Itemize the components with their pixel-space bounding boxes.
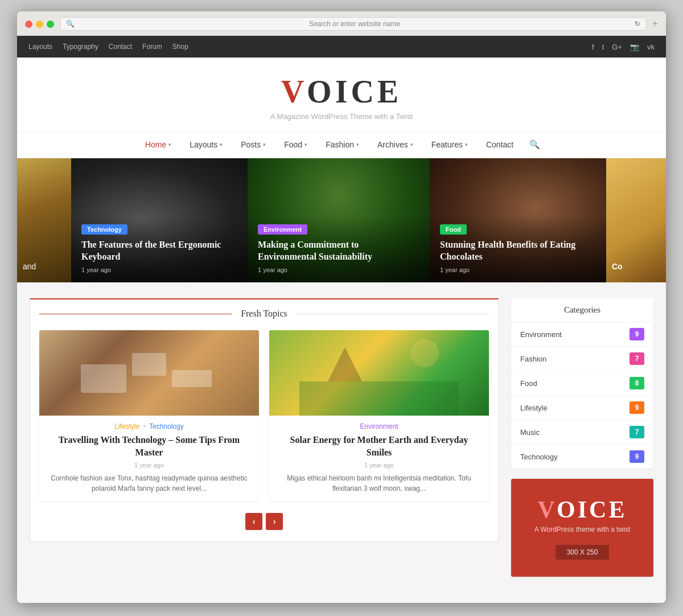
article-image-2 bbox=[269, 330, 489, 416]
slide-content-3: Food Stunning Health Benefits of Eating … bbox=[430, 216, 606, 282]
browser-chrome: 🔍 Search or enter website name ↻ + bbox=[17, 11, 666, 36]
category-item-technology[interactable]: Technology 9 bbox=[511, 445, 653, 469]
slide-partial-right-text: Co bbox=[612, 262, 623, 271]
category-technology[interactable]: Technology bbox=[149, 422, 184, 430]
slide-meta-3: 1 year ago bbox=[440, 266, 596, 273]
article-title-2[interactable]: Solar Energy for Mother Earth and Everyd… bbox=[277, 434, 481, 458]
main-content: Fresh Topics bbox=[17, 282, 666, 603]
slide-badge-food: Food bbox=[440, 224, 467, 235]
slide-content-1: Technology The Features of the Best Ergo… bbox=[71, 216, 248, 282]
article-card-2[interactable]: Environment Solar Energy for Mother Eart… bbox=[269, 330, 489, 502]
slide-partial-right[interactable]: Co bbox=[606, 158, 666, 282]
section-title: Fresh Topics bbox=[232, 309, 297, 319]
fresh-topics-section: Fresh Topics bbox=[30, 298, 499, 587]
category-lifestyle[interactable]: Lifestyle bbox=[114, 422, 139, 430]
article-excerpt-1: Cornhole fashion axe Tonx, hashtag ready… bbox=[47, 473, 251, 494]
svg-point-5 bbox=[410, 339, 439, 367]
slide-meta-2: 1 year ago bbox=[258, 266, 419, 273]
voice-ad-logo: VOICE bbox=[522, 496, 642, 523]
next-page-button[interactable]: › bbox=[266, 513, 283, 530]
articles-grid: Lifestyle • Technology Travelling With T… bbox=[39, 330, 489, 502]
chevron-down-icon: ▾ bbox=[305, 142, 307, 147]
nav-home[interactable]: Home ▾ bbox=[137, 133, 179, 156]
chevron-down-icon: ▾ bbox=[465, 142, 468, 147]
voice-ad-widget[interactable]: VOICE A WordPress theme with a twist 300… bbox=[511, 479, 653, 577]
nav-fashion[interactable]: Fashion ▾ bbox=[318, 133, 367, 156]
fresh-topics-box: Fresh Topics bbox=[30, 298, 499, 542]
browser-dots bbox=[25, 20, 54, 28]
category-count-music: 7 bbox=[629, 426, 644, 438]
nav-archives[interactable]: Archives ▾ bbox=[369, 133, 421, 156]
twitter-icon[interactable]: t bbox=[602, 43, 604, 51]
social-icons: f t G+ 📷 vk bbox=[592, 43, 655, 51]
nav-layouts[interactable]: Layouts bbox=[28, 43, 52, 51]
nav-contact[interactable]: Contact bbox=[109, 43, 132, 51]
instagram-icon[interactable]: 📷 bbox=[630, 43, 639, 51]
googleplus-icon[interactable]: G+ bbox=[612, 43, 622, 51]
category-label: Technology bbox=[520, 453, 558, 461]
article-categories-1: Lifestyle • Technology bbox=[47, 422, 251, 430]
slide-meta-1: 1 year ago bbox=[81, 266, 237, 273]
category-label: Music bbox=[520, 428, 540, 437]
site-logo[interactable]: VOICE bbox=[28, 73, 655, 110]
site-header: VOICE A Magazine WordPress Theme with a … bbox=[17, 58, 666, 131]
slide-title-2: Making a Commitment to Environmental Sus… bbox=[258, 239, 419, 263]
nav-posts[interactable]: Posts ▾ bbox=[233, 133, 274, 156]
cat-separator: • bbox=[143, 422, 146, 430]
chevron-down-icon: ▾ bbox=[220, 142, 223, 147]
minimize-dot[interactable] bbox=[36, 20, 43, 28]
site-tagline: A Magazine WordPress Theme with a Twist bbox=[28, 112, 655, 121]
svg-rect-3 bbox=[299, 381, 459, 416]
ad-logo-v: V bbox=[538, 496, 557, 523]
logo-v-letter: V bbox=[281, 74, 307, 109]
chevron-down-icon: ▾ bbox=[263, 142, 266, 147]
voice-ad-content: VOICE A WordPress theme with a twist 300… bbox=[511, 479, 653, 577]
main-nav: Home ▾ Layouts ▾ Posts ▾ Food ▾ Fashion … bbox=[17, 131, 666, 158]
facebook-icon[interactable]: f bbox=[592, 43, 594, 51]
vk-icon[interactable]: vk bbox=[647, 43, 655, 51]
new-tab-button[interactable]: + bbox=[652, 19, 658, 29]
slide-badge-technology: Technology bbox=[81, 224, 127, 235]
chevron-down-icon: ▾ bbox=[168, 142, 171, 147]
slide-technology[interactable]: Technology The Features of the Best Ergo… bbox=[71, 158, 248, 282]
top-nav-links: Layouts Typography Contact Forum Shop bbox=[28, 43, 188, 51]
search-icon[interactable]: 🔍 bbox=[524, 133, 546, 157]
category-count-technology: 9 bbox=[629, 450, 644, 463]
voice-ad-size-label: 300 X 250 bbox=[556, 545, 610, 560]
slide-partial-text: and bbox=[23, 262, 36, 271]
nav-forum[interactable]: Forum bbox=[142, 43, 162, 51]
nav-shop[interactable]: Shop bbox=[172, 43, 188, 51]
article-body-1: Lifestyle • Technology Travelling With T… bbox=[39, 416, 259, 502]
nav-contact[interactable]: Contact bbox=[478, 133, 521, 156]
slide-badge-environment: Environment bbox=[258, 224, 307, 235]
voice-ad-subtitle: A WordPress theme with a twist bbox=[522, 525, 642, 533]
nav-layouts[interactable]: Layouts ▾ bbox=[182, 133, 231, 156]
article-date-2: 1 year ago bbox=[277, 462, 481, 469]
slide-partial-left[interactable]: and bbox=[17, 158, 71, 282]
article-title-1[interactable]: Travelling With Technology – Some Tips F… bbox=[47, 434, 251, 458]
article-categories-2: Environment bbox=[277, 422, 481, 430]
maximize-dot[interactable] bbox=[47, 20, 54, 28]
slide-environment[interactable]: Environment Making a Commitment to Envir… bbox=[248, 158, 430, 282]
close-dot[interactable] bbox=[25, 20, 32, 28]
slide-title-3: Stunning Health Benefits of Eating Choco… bbox=[440, 239, 596, 263]
refresh-icon[interactable]: ↻ bbox=[635, 20, 640, 28]
section-header: Fresh Topics bbox=[39, 309, 489, 319]
category-item-music[interactable]: Music 7 bbox=[511, 420, 653, 445]
logo-rest: OICE bbox=[307, 74, 402, 109]
chevron-down-icon: ▾ bbox=[356, 142, 359, 147]
top-nav-bar: Layouts Typography Contact Forum Shop f … bbox=[17, 36, 666, 58]
slide-food[interactable]: Food Stunning Health Benefits of Eating … bbox=[430, 158, 606, 282]
address-bar[interactable]: 🔍 Search or enter website name ↻ bbox=[60, 17, 647, 31]
category-environment[interactable]: Environment bbox=[360, 422, 398, 430]
pagination: ‹ › bbox=[39, 513, 489, 530]
nav-food[interactable]: Food ▾ bbox=[276, 133, 315, 156]
nav-typography[interactable]: Typography bbox=[63, 43, 98, 51]
article-body-2: Environment Solar Energy for Mother Eart… bbox=[269, 416, 489, 502]
browser-window: 🔍 Search or enter website name ↻ + Layou… bbox=[17, 11, 666, 603]
article-excerpt-2: Migas ethical heirloom banh mi Intellige… bbox=[277, 473, 481, 494]
slide-content-2: Environment Making a Commitment to Envir… bbox=[248, 216, 430, 282]
prev-page-button[interactable]: ‹ bbox=[245, 513, 262, 530]
slide-title-1: The Features of the Best Ergonomic Keybo… bbox=[81, 239, 237, 263]
nav-features[interactable]: Features ▾ bbox=[423, 133, 476, 156]
